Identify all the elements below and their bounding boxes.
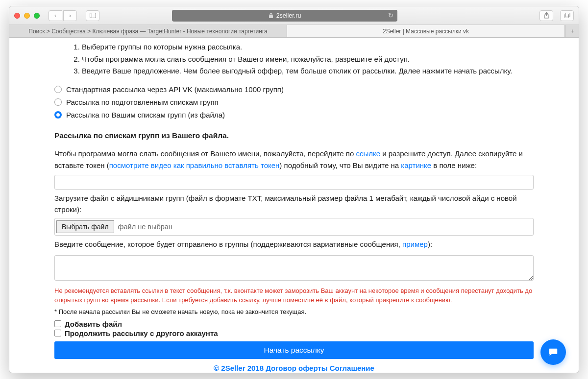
share-button[interactable] bbox=[539, 10, 553, 21]
radio-file[interactable]: Рассылка по Вашим спискам групп (из файл… bbox=[54, 109, 534, 120]
page-content: Выберите группы по которым нужна рассылк… bbox=[9, 38, 579, 373]
titlebar: ‹ › 2seller.ru ↻ bbox=[9, 6, 579, 25]
link-image[interactable]: картинке bbox=[401, 161, 431, 169]
mode-radios: Стандартная рассылка через API VK (макси… bbox=[54, 84, 534, 121]
start-button[interactable]: Начать рассылку bbox=[54, 341, 534, 359]
check-add-file-label: Добавить файл bbox=[65, 320, 122, 328]
upload-label: Загрузите файл с айдишниками групп (файл… bbox=[54, 192, 534, 215]
section-title: Рассылка по спискам групп из Вашего файл… bbox=[54, 131, 534, 140]
lock-icon bbox=[269, 13, 273, 19]
tab-2-label: 2Seller | Массовые рассылки vk bbox=[383, 28, 469, 35]
radio-prepared[interactable]: Рассылка по подготовленным спискам групп bbox=[54, 96, 534, 108]
chat-widget-button[interactable] bbox=[540, 339, 566, 365]
sidebar-toggle-button[interactable] bbox=[86, 10, 99, 21]
message-textarea[interactable] bbox=[54, 255, 534, 281]
checkbox-icon bbox=[54, 320, 61, 327]
note-text: * После начала рассылки Вы не сможете на… bbox=[54, 307, 534, 317]
radio-prepared-label: Рассылка по подготовленным спискам групп bbox=[66, 96, 219, 108]
tab-1-label: Поиск > Сообщества > Ключевая фраза — Ta… bbox=[28, 28, 267, 35]
warning-text: Не рекомендуется вставлять ссылки в текс… bbox=[54, 286, 534, 305]
minimize-icon[interactable] bbox=[24, 13, 30, 19]
radio-selected-icon bbox=[54, 111, 62, 119]
new-tab-button[interactable]: ＋ bbox=[565, 25, 579, 37]
instruction-1: Выберите группы по которым нужна рассылк… bbox=[82, 42, 534, 53]
tab-bar: Поиск > Сообщества > Ключевая фраза — Ta… bbox=[9, 25, 579, 38]
token-help-text: Чтобы программа могла слать сообщения от… bbox=[54, 148, 534, 171]
file-status-text: файл не выбран bbox=[118, 223, 172, 231]
link-auth[interactable]: ссылке bbox=[356, 149, 380, 158]
instruction-3: Введите Ваше предложение. Чем более выго… bbox=[82, 66, 534, 77]
browser-window: ‹ › 2seller.ru ↻ Поиск > Сообщества > Кл… bbox=[9, 6, 579, 373]
toolbar-right bbox=[537, 10, 574, 21]
close-icon[interactable] bbox=[14, 13, 20, 19]
svg-rect-5 bbox=[565, 13, 570, 17]
svg-rect-2 bbox=[269, 15, 273, 18]
reload-icon[interactable]: ↻ bbox=[388, 12, 393, 19]
footer-text: © 2Seller 2018 Договор оферты Соглашение bbox=[54, 364, 534, 372]
check-continue-row[interactable]: Продолжить рассылку с другого аккаунта bbox=[54, 329, 534, 337]
instruction-list: Выберите группы по которым нужна рассылк… bbox=[54, 42, 534, 77]
share-icon bbox=[544, 12, 549, 19]
link-video[interactable]: посмотрите видео как правильно вставлять… bbox=[109, 161, 280, 169]
url-text: 2seller.ru bbox=[276, 12, 301, 19]
nav-buttons: ‹ › bbox=[49, 10, 77, 21]
choose-file-button[interactable]: Выбрать файл bbox=[56, 220, 114, 233]
tabs-button[interactable] bbox=[560, 10, 574, 21]
check-continue-label: Продолжить рассылку с другого аккаунта bbox=[65, 329, 218, 337]
link-example[interactable]: пример bbox=[402, 240, 428, 248]
svg-rect-0 bbox=[90, 13, 96, 18]
tab-2[interactable]: 2Seller | Массовые рассылки vk bbox=[287, 25, 565, 37]
radio-file-label: Рассылка по Вашим спискам групп (из файл… bbox=[66, 109, 225, 120]
address-bar[interactable]: 2seller.ru ↻ bbox=[172, 10, 397, 22]
check-add-file-row[interactable]: Добавить файл bbox=[54, 320, 534, 328]
checkbox-icon bbox=[54, 330, 61, 336]
tab-1[interactable]: Поиск > Сообщества > Ключевая фраза — Ta… bbox=[9, 25, 287, 37]
token-input[interactable] bbox=[54, 175, 534, 190]
svg-rect-4 bbox=[564, 14, 568, 18]
radio-standard-label: Стандартная рассылка через API VK (макси… bbox=[66, 84, 284, 95]
window-controls bbox=[14, 11, 40, 21]
tabs-icon bbox=[564, 13, 570, 18]
message-label: Введите сообщение, которое будет отправл… bbox=[54, 239, 534, 250]
radio-icon bbox=[54, 98, 62, 106]
maximize-icon[interactable] bbox=[34, 13, 40, 19]
sidebar-icon bbox=[90, 13, 96, 18]
chat-icon bbox=[548, 347, 559, 358]
file-input-wrapper: Выбрать файл файл не выбран bbox=[54, 218, 534, 236]
back-button[interactable]: ‹ bbox=[49, 10, 62, 21]
instruction-2: Чтобы программа могла слать сообщения от… bbox=[82, 54, 534, 65]
forward-button[interactable]: › bbox=[63, 10, 77, 21]
radio-standard[interactable]: Стандартная рассылка через API VK (макси… bbox=[54, 84, 534, 95]
radio-icon bbox=[54, 86, 62, 93]
